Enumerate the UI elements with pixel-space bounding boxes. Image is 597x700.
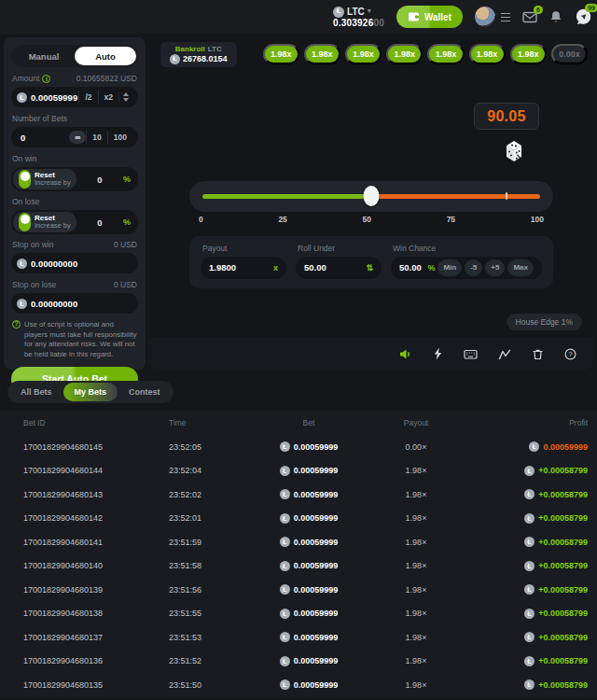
win-chance-minus5-button[interactable]: -5 (465, 259, 482, 276)
chat-badge: 99 (585, 4, 597, 12)
table-row[interactable]: 1700182990468013723:51:53Ł0.000599991.98… (0, 625, 597, 650)
win-chance-field[interactable]: 50.00 % Min-5+5Max (391, 257, 542, 279)
bet-cell: Ł0.00059999 (243, 489, 374, 499)
table-row[interactable]: 1700182990468014123:51:59Ł0.000599991.98… (0, 530, 597, 554)
currency-selector[interactable]: Ł LTC ▾ 0.30392600 (333, 7, 384, 28)
toggle-icon[interactable] (19, 213, 31, 231)
profit-amount: +0.00058799 (538, 656, 588, 665)
multiplier-pill[interactable]: 1.98x (427, 44, 464, 64)
roll-under-field[interactable]: 50.00 ⇅ (296, 257, 382, 279)
bolt-icon[interactable] (433, 347, 443, 360)
on-win-value[interactable]: 0 (76, 175, 123, 185)
bet-amount: 0.00059999 (294, 490, 339, 499)
hamburger-icon[interactable] (501, 13, 510, 21)
bet-amount: 0.00059999 (294, 609, 339, 618)
percent-suffix: % (123, 217, 136, 227)
on-win-reset-toggle[interactable]: ResetIncrease by (13, 169, 76, 189)
slider-handle[interactable] (364, 186, 380, 206)
slider-track[interactable] (202, 194, 540, 199)
stop-on-lose-value[interactable]: 0.00000000 (31, 299, 132, 309)
hotkeys-icon[interactable] (464, 348, 478, 360)
toggle-icon[interactable] (19, 170, 31, 189)
table-row[interactable]: 1700182990468013523:51:50Ł0.000599991.98… (0, 673, 597, 697)
mail-button[interactable]: 6 (522, 10, 537, 23)
chat-button[interactable]: 99 (575, 8, 592, 26)
info-icon[interactable] (42, 75, 50, 83)
step-down-icon[interactable] (123, 98, 129, 102)
payout-value[interactable]: 1.9800 (209, 262, 273, 273)
roll-under-value[interactable]: 50.00 (304, 262, 366, 273)
win-chance-label: Win Chance (393, 244, 542, 253)
win-chance-min-button[interactable]: Min (437, 259, 462, 276)
win-chance-value[interactable]: 50.00 (399, 262, 427, 273)
roll-result: 90.05 (474, 103, 539, 130)
amount-value[interactable]: 0.00059999 (31, 92, 78, 103)
bet-id-cell: 17001829904680137 (23, 633, 169, 642)
on-lose-value[interactable]: 0 (76, 217, 123, 228)
table-row[interactable]: 1700182990468013923:51:56Ł0.000599991.98… (0, 578, 597, 602)
multiplier-history: 1.98x1.98x1.98x1.98x1.98x1.98x1.98x0.00x (263, 44, 588, 64)
multiplier-pill[interactable]: 1.98x (510, 44, 547, 64)
on-lose-reset-toggle[interactable]: ResetIncrease by (13, 212, 76, 232)
wallet-icon (408, 11, 420, 22)
swap-icon[interactable]: ⇅ (366, 263, 373, 273)
tab-manual[interactable]: Manual (13, 47, 75, 65)
bets-tab-my-bets[interactable]: My Bets (63, 383, 118, 401)
bets-100-button[interactable]: 100 (107, 131, 132, 144)
number-of-bets-value[interactable]: 0 (21, 133, 69, 143)
infinity-button[interactable]: ∞ (69, 131, 86, 144)
number-of-bets-field[interactable]: 0 ∞ 10 100 (11, 127, 138, 147)
notifications-button[interactable] (549, 10, 562, 23)
roll-slider[interactable] (189, 181, 553, 212)
tab-auto[interactable]: Auto (75, 47, 136, 65)
multiplier-pill[interactable]: 1.98x (469, 44, 506, 64)
stop-on-lose-field[interactable]: Ł 0.00000000 (11, 293, 138, 314)
amount-stepper[interactable] (118, 92, 132, 102)
multiplier-pill[interactable]: 0.00x (551, 44, 588, 64)
win-chance-max-button[interactable]: Max (507, 259, 534, 276)
multiplier-pill[interactable]: 1.98x (345, 44, 382, 64)
multiplier-pill[interactable]: 1.98x (263, 44, 299, 64)
bet-amount: 0.00059999 (294, 538, 339, 547)
ltc-coin-icon: Ł (17, 92, 27, 103)
double-button[interactable]: x2 (98, 91, 118, 104)
avatar[interactable] (475, 7, 495, 27)
payout-cell: 1.98× (374, 609, 458, 618)
multiplier-pill[interactable]: 1.98x (304, 44, 340, 64)
slider-scale: 0255075100 (189, 215, 553, 224)
user-menu[interactable] (475, 7, 510, 27)
bankroll-chip: BankrollLTC Ł26768.0154 (160, 42, 237, 67)
ltc-coin-icon: Ł (524, 656, 535, 666)
table-row[interactable]: 1700182990468014323:52:02Ł0.000599991.98… (0, 483, 597, 507)
stop-on-win-field[interactable]: Ł 0.00000000 (11, 253, 138, 273)
table-row[interactable]: 1700182990468013623:51:52Ł0.000599991.98… (0, 650, 597, 674)
table-row[interactable]: 1700182990468014423:52:04Ł0.000599991.98… (0, 459, 597, 483)
win-chance-plus5-button[interactable]: +5 (485, 259, 505, 276)
sound-icon[interactable] (399, 348, 412, 360)
bets-tab-all-bets[interactable]: All Bets (9, 383, 63, 401)
bet-amount: 0.00059999 (294, 680, 339, 690)
ltc-coin-icon: Ł (280, 679, 290, 690)
live-stats-icon[interactable] (498, 348, 511, 360)
profit-cell: Ł+0.00058799 (458, 584, 588, 595)
table-row[interactable]: 1700182990468014223:52:01Ł0.000599991.98… (0, 507, 597, 531)
bets-10-button[interactable]: 10 (86, 131, 106, 144)
bankroll-value: 26768.0154 (183, 54, 228, 64)
amount-field[interactable]: Ł 0.00059999 /2 x2 (11, 87, 138, 107)
bets-tab-contest[interactable]: Contest (118, 383, 172, 401)
payout-cell: 1.98× (374, 466, 458, 475)
help-icon[interactable]: ? (564, 348, 576, 360)
trash-icon[interactable] (532, 348, 544, 360)
wallet-button[interactable]: Wallet (396, 6, 463, 28)
step-up-icon[interactable] (123, 92, 129, 96)
multiplier-pill[interactable]: 1.98x (386, 44, 423, 64)
number-of-bets-label: Number of Bets (12, 114, 67, 123)
payout-field[interactable]: 1.9800 x (201, 257, 286, 279)
half-button[interactable]: /2 (78, 91, 97, 104)
bet-amount: 0.00059999 (294, 513, 339, 523)
stop-on-win-value[interactable]: 0.00000000 (31, 259, 132, 269)
profit-cell: Ł0.00059999 (458, 441, 588, 452)
table-row[interactable]: 1700182990468014023:51:58Ł0.000599991.98… (0, 554, 597, 579)
table-row[interactable]: 1700182990468014523:52:05Ł0.000599990.00… (0, 435, 597, 459)
table-row[interactable]: 1700182990468013823:51:55Ł0.000599991.98… (0, 602, 597, 626)
